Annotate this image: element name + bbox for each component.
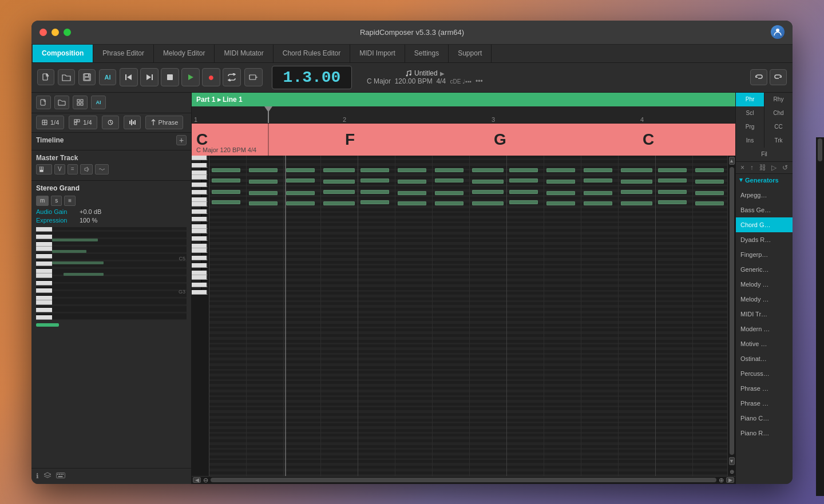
right-tab-chd[interactable]: Chd [764, 106, 793, 120]
grid-snap-display[interactable]: 1/4 [36, 116, 64, 129]
save-file-button[interactable] [78, 69, 96, 85]
generator-melody1[interactable]: Melody … [736, 277, 793, 292]
tab-midi-mutator[interactable]: MIDI Mutator [215, 44, 273, 62]
close-button[interactable] [39, 29, 47, 36]
generator-list: Arpegg… Bass Ge… Chord G… Dyads R… Finge… [736, 186, 793, 484]
add-timeline-button[interactable]: + [176, 135, 187, 145]
note-block [398, 191, 426, 195]
new-file-button[interactable] [37, 69, 54, 85]
beat-line [320, 156, 321, 476]
generator-dyads[interactable]: Dyads R… [736, 232, 793, 247]
generators-header[interactable]: ▾ Generators [736, 174, 793, 186]
keyboard-icon[interactable] [56, 472, 65, 481]
tab-melody-editor[interactable]: Melody Editor [154, 44, 215, 62]
generator-ostinat[interactable]: Ostinat… [736, 351, 793, 366]
play-button[interactable] [181, 68, 200, 86]
tab-phrase-editor[interactable]: Phrase Editor [93, 44, 154, 62]
scroll-up-arrow[interactable]: ▲ [729, 157, 735, 165]
link-icon[interactable]: ⛓ [759, 164, 766, 172]
generator-piano-c[interactable]: Piano C… [736, 411, 793, 426]
generator-chord-g[interactable]: Chord G… [736, 217, 793, 232]
open-doc-button[interactable] [54, 96, 69, 109]
right-tab-phr[interactable]: Phr [736, 93, 764, 106]
open-file-button[interactable] [58, 69, 75, 85]
right-tab-rhy[interactable]: Rhy [764, 93, 793, 106]
info-icon[interactable]: ℹ [36, 472, 39, 481]
loop-button[interactable] [223, 68, 241, 86]
right-tab-prg[interactable]: Prg [736, 120, 764, 134]
ai-button[interactable]: AI [99, 69, 116, 85]
right-tab-cc[interactable]: CC [764, 120, 793, 134]
generator-motive[interactable]: Motive … [736, 336, 793, 351]
layers-icon[interactable] [43, 472, 52, 481]
generator-midi-tr[interactable]: MIDI Tr… [736, 307, 793, 322]
new-doc-button[interactable] [36, 96, 51, 109]
tab-chord-rules-editor[interactable]: Chord Rules Editor [274, 44, 350, 62]
vertical-scrollbar[interactable]: ▲ ▼ ⊕ [727, 156, 735, 476]
tab-composition[interactable]: Composition [33, 44, 93, 62]
generator-modern[interactable]: Modern … [736, 322, 793, 336]
more-options[interactable]: ••• [476, 77, 483, 85]
midi-record-button[interactable] [244, 68, 263, 86]
scroll-down-arrow[interactable]: ▼ [729, 457, 735, 465]
master-eq-btn[interactable]: = [68, 164, 78, 174]
tab-settings[interactable]: Settings [405, 44, 449, 62]
timeline-section: Timeline + [31, 133, 191, 150]
generator-percuss[interactable]: Percuss… [736, 366, 793, 381]
note-grid[interactable] [209, 156, 727, 476]
generator-melody2[interactable]: Melody … [736, 292, 793, 307]
generator-arpegg[interactable]: Arpegg… [736, 188, 793, 203]
scroll-thumb-h[interactable] [211, 478, 716, 482]
generator-phrase2[interactable]: Phrase … [736, 396, 793, 411]
right-tab-scl[interactable]: Scl [736, 106, 764, 120]
scroll-thumb-v[interactable] [730, 167, 734, 455]
record-button[interactable]: ● [202, 68, 220, 86]
stop-button[interactable] [161, 68, 179, 86]
mute-button[interactable]: m [36, 196, 49, 206]
close-icon[interactable]: × [740, 164, 744, 172]
master-volume-btn[interactable]: V [54, 164, 65, 174]
rewind-button[interactable] [120, 68, 138, 86]
note-block [286, 191, 315, 195]
phrase-type-button[interactable]: Phrase [145, 116, 184, 129]
refresh-icon[interactable]: ↺ [782, 164, 788, 172]
undo-button[interactable] [750, 69, 767, 85]
zoom-out-icon[interactable]: ⊖ [203, 477, 208, 484]
master-track-label: Master Track [36, 154, 187, 162]
tab-support[interactable]: Support [449, 44, 492, 62]
right-tab-ins[interactable]: Ins [736, 134, 764, 148]
master-wave-btn[interactable] [95, 164, 109, 174]
ai-compose-button[interactable]: AI [91, 96, 106, 109]
grid-size-display[interactable]: 1/4 [69, 116, 97, 129]
right-tab-fil[interactable]: Fil [736, 148, 793, 161]
play-icon[interactable]: ▷ [771, 164, 777, 172]
generator-piano-r[interactable]: Piano R… [736, 426, 793, 440]
song-meta: C Major 120.00 BPM 4/4 cDE ♩▪▪▪ ••• [367, 77, 483, 85]
bars-button[interactable] [124, 116, 141, 129]
zoom-in-icon[interactable]: ⊕ [719, 477, 724, 484]
master-speaker-btn[interactable] [80, 164, 93, 174]
tab-midi-import[interactable]: MIDI Import [350, 44, 405, 62]
generator-generic[interactable]: Generic… [736, 262, 793, 277]
note-block [658, 190, 687, 194]
redo-button[interactable] [770, 69, 787, 85]
scroll-left-arrow[interactable]: ◀ [193, 477, 201, 483]
right-tab-trk[interactable]: Trk [764, 134, 793, 148]
generator-phrase1[interactable]: Phrase … [736, 381, 793, 396]
minimize-button[interactable] [52, 29, 59, 36]
grid-button[interactable] [73, 96, 88, 109]
tuning-button[interactable] [102, 116, 119, 129]
profile-icon[interactable] [771, 25, 785, 39]
solo-button[interactable]: s [51, 196, 62, 206]
generator-bass-gen[interactable]: Bass Ge… [736, 203, 793, 217]
generator-fingerp[interactable]: Fingerp… [736, 247, 793, 262]
maximize-button[interactable] [64, 29, 71, 36]
master-piano-btn[interactable] [36, 164, 52, 174]
zoom-plus-v[interactable]: ⊕ [730, 469, 734, 475]
scroll-right-arrow[interactable]: ▶ [726, 477, 734, 483]
up-icon[interactable]: ↑ [750, 164, 754, 172]
fast-forward-button[interactable] [140, 68, 159, 86]
song-arrow[interactable]: ▶ [440, 70, 445, 77]
playhead[interactable] [268, 106, 269, 123]
eq-button[interactable]: ≡ [64, 196, 76, 206]
